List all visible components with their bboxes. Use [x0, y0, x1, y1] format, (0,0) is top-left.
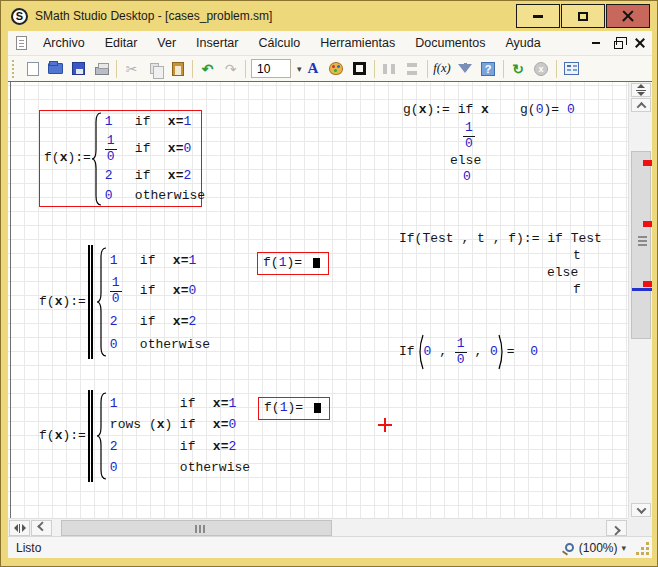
maximize-button[interactable]	[561, 4, 605, 28]
split-view-button-horizontal[interactable]	[9, 520, 30, 536]
split-view-button[interactable]	[631, 83, 651, 97]
expression-f-cases-rows[interactable]: f(x):= 1 if x=1 rows (x) if x=0	[39, 390, 250, 482]
zoom-value: (100%)	[579, 541, 618, 555]
undo-arrow-icon: ↶	[202, 62, 214, 76]
thumb-grip	[195, 525, 197, 533]
open-document-button[interactable]	[44, 58, 67, 80]
menu-ayuda[interactable]: Ayuda	[495, 33, 550, 53]
menu-documentos[interactable]: Documentos	[405, 33, 495, 53]
menu-calculo[interactable]: Cálculo	[249, 33, 311, 53]
insert-function-button[interactable]: f(x)	[431, 58, 454, 80]
panels-icon	[564, 62, 579, 75]
background-color-button[interactable]	[325, 58, 348, 80]
save-button[interactable]	[67, 58, 90, 80]
scroll-up-button[interactable]	[631, 98, 651, 112]
if-def-else-value: f	[573, 283, 602, 298]
window-title: SMath Studio Desktop - [cases_problem.sm…	[35, 9, 516, 23]
paste-button[interactable]	[166, 58, 189, 80]
case-condition: x=0	[213, 418, 236, 433]
expression-if-evaluation[interactable]: If 0 , 10 , 0 = 0	[399, 333, 538, 371]
resize-grip[interactable]	[636, 552, 639, 555]
menu-editar[interactable]: Editar	[95, 33, 148, 53]
case-value: 1	[110, 397, 118, 412]
error-placeholder-square	[314, 403, 321, 413]
case-row: 10 if x=0	[110, 273, 210, 310]
case-row: 1 if x=1	[110, 394, 250, 415]
fraction: 10	[110, 276, 122, 307]
border-button[interactable]	[348, 58, 371, 80]
menu-archivo[interactable]: Archivo	[33, 33, 95, 53]
recalculate-button[interactable]: ↻	[507, 58, 530, 80]
chevron-left-icon	[37, 521, 47, 531]
zoom-dropdown-icon[interactable]: ▾	[621, 543, 626, 553]
align-horizontal-button	[378, 58, 401, 80]
new-document-icon	[27, 62, 39, 76]
function-name: If	[399, 345, 415, 360]
fraction: 10	[463, 121, 475, 152]
font-color-button[interactable]: A	[302, 58, 325, 80]
font-size-value: 10	[257, 62, 270, 76]
g-def-line1: g(x):= if x	[403, 103, 489, 118]
child-restore-button[interactable]	[608, 34, 628, 52]
close-icon	[622, 10, 634, 22]
case-condition: x=1	[213, 397, 236, 412]
case-value-rows-call: rows (x)	[110, 418, 180, 433]
horizontal-scroll-thumb[interactable]	[61, 520, 332, 536]
worksheet-canvas[interactable]: f(x):= 1 if x=1 10 if x=0	[8, 82, 628, 518]
thumb-grip	[638, 236, 647, 238]
font-size-combo[interactable]: 10	[251, 59, 291, 78]
scroll-down-button[interactable]	[631, 503, 651, 517]
zoom-control[interactable]: (100%) ▾	[565, 541, 626, 555]
print-button[interactable]	[90, 58, 113, 80]
close-button[interactable]	[606, 4, 650, 28]
menu-insertar[interactable]: Insertar	[186, 33, 248, 53]
toolbar-separator	[245, 60, 246, 78]
vertical-scroll-thumb[interactable]	[631, 151, 651, 339]
vertical-scrollbar[interactable]	[628, 82, 652, 518]
maximize-icon	[578, 12, 588, 21]
toolbar-separator	[192, 60, 193, 78]
expression-g-definition[interactable]: g(x):= if x 10 else 0	[403, 103, 489, 185]
expression-f-cases-program[interactable]: f(x):= 1 if x=1 10 if x=0	[39, 245, 210, 359]
menu-ver[interactable]: Ver	[147, 33, 186, 53]
splitter-icon	[636, 84, 646, 96]
expression-f-cases-boxed[interactable]: f(x):= 1 if x=1 10 if x=0	[39, 110, 202, 207]
show-panels-button[interactable]	[560, 58, 583, 80]
title-bar[interactable]: S SMath Studio Desktop - [cases_problem.…	[1, 1, 657, 31]
magnifier-icon	[565, 543, 574, 552]
copy-button	[143, 58, 166, 80]
expression-g-evaluation[interactable]: g(0)= 0	[520, 103, 575, 118]
expression-if-definition[interactable]: If(Test , t , f):= if Test t else f	[399, 232, 602, 298]
child-close-button[interactable]	[630, 34, 650, 52]
new-document-button[interactable]	[21, 58, 44, 80]
case-condition: x=1	[173, 254, 196, 269]
if-keyword: if	[135, 142, 168, 157]
else-keyword: else	[450, 154, 489, 169]
scroll-right-button[interactable]	[606, 520, 627, 536]
horizontal-scrollbar[interactable]	[8, 518, 628, 536]
filter-button[interactable]	[454, 58, 477, 80]
undo-button[interactable]: ↶	[196, 58, 219, 80]
app-window: S SMath Studio Desktop - [cases_problem.…	[0, 0, 658, 567]
minimize-button[interactable]	[516, 4, 560, 28]
otherwise-keyword: otherwise	[180, 461, 250, 476]
chevron-up-icon	[636, 101, 646, 111]
toolbar-drag-handle[interactable]	[12, 60, 17, 78]
insertion-cursor-cross[interactable]	[378, 418, 392, 432]
align-vertical-button	[401, 58, 424, 80]
reference-book-button[interactable]: ?	[477, 58, 500, 80]
case-value: 1	[110, 254, 118, 269]
function-lhs: f(x):=	[44, 151, 91, 166]
app-logo-icon[interactable]: S	[11, 8, 28, 25]
expression-f1-evaluation-error-2[interactable]: f(1)=	[258, 397, 330, 420]
case-row: 1 if x=1	[105, 112, 205, 132]
scroll-left-button[interactable]	[31, 520, 52, 536]
cut-button: ✂	[120, 58, 143, 80]
menu-bar: Archivo Editar Ver Insertar Cálculo Herr…	[8, 31, 652, 56]
child-minimize-button[interactable]	[586, 34, 606, 52]
document-icon[interactable]	[16, 36, 27, 50]
palette-icon	[329, 62, 343, 75]
expression-f1-evaluation-error[interactable]: f(1)=	[257, 252, 329, 275]
menu-herramientas[interactable]: Herramientas	[310, 33, 405, 53]
result: = 0	[507, 345, 538, 360]
